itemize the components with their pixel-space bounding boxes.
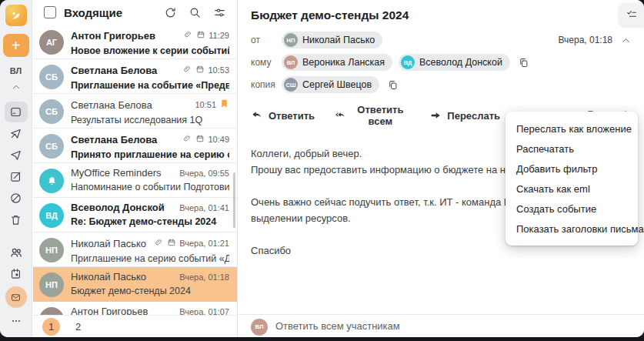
avatar: НП — [284, 33, 298, 47]
avatar: ВД — [401, 55, 415, 69]
message-time: 10:53 — [208, 65, 229, 75]
message-time: Вчера, 01:41 — [179, 203, 229, 212]
message-subject: Приглашение на серию событий «Демо стен.… — [71, 253, 229, 264]
attachment-icon — [183, 132, 192, 146]
from-chip[interactable]: НП Николай Пасько — [282, 32, 382, 48]
menu-item-print[interactable]: Распечатать — [506, 139, 638, 159]
app-rail: + ВЛ — [0, 0, 32, 337]
cc-chip[interactable]: СШ Сергей Швецов — [282, 76, 379, 93]
collapse-header-button[interactable] — [620, 35, 632, 46]
calendar-icon — [196, 28, 205, 42]
menu-item-create-event[interactable]: Создать событие — [506, 199, 638, 219]
message-subject: Новое вложение к серии событий «Аналити.… — [71, 45, 229, 56]
rail-calendar-icon[interactable] — [5, 263, 28, 284]
message-subject: Приглашение на событие «Предварительно..… — [71, 80, 229, 91]
list-item[interactable]: НП Николай Пасько Вчера, 01:21 Приглашен… — [33, 232, 237, 267]
rail-drafts-icon[interactable] — [5, 166, 28, 187]
rail-sent-icon[interactable] — [5, 145, 28, 165]
flag-bookmark-icon — [219, 98, 229, 112]
message-time: Вчера, 01:07 — [179, 307, 229, 316]
message-time: 10:49 — [208, 135, 229, 144]
to-chip[interactable]: ВД Всеволод Донской — [399, 54, 510, 71]
filter-sliders-icon[interactable] — [213, 6, 226, 19]
attachment-icon — [184, 28, 193, 42]
rail-more-icon[interactable] — [5, 310, 28, 331]
select-all-checkbox[interactable] — [44, 6, 56, 18]
sender-name: Николай Пасько — [71, 238, 152, 249]
sender-name: Светлана Белова — [71, 99, 192, 111]
reply-all-icon — [335, 109, 345, 122]
user-avatar-initials[interactable]: ВЛ — [10, 66, 22, 75]
menu-item-download-eml[interactable]: Скачать как eml — [506, 179, 638, 199]
user-avatar: ВЛ — [251, 319, 268, 336]
rail-inbox-icon[interactable] — [5, 102, 28, 122]
avatar: СБ — [39, 134, 64, 159]
refresh-icon[interactable] — [164, 6, 177, 19]
attachment-icon — [155, 236, 164, 250]
rail-trash-icon[interactable] — [5, 209, 28, 230]
sender-name: Светлана Белова — [71, 134, 180, 145]
myoffice-logo-icon — [5, 5, 27, 26]
message-title: Бюджет демо-стенды 2024 — [251, 8, 409, 22]
reply-button[interactable]: Ответить — [251, 109, 315, 122]
list-header: Входящие — [33, 0, 237, 25]
avatar: АГ — [39, 30, 64, 55]
forward-button[interactable]: Переслать — [429, 109, 500, 122]
sender-name: Светлана Белова — [71, 65, 180, 76]
menu-item-add-filter[interactable]: Добавить фильтр — [506, 159, 638, 179]
folder-title: Входящие — [64, 6, 156, 19]
rail-spam-icon[interactable] — [5, 188, 28, 209]
list-item[interactable]: MyOffice Reminders Вчера, 09:55 Напомина… — [33, 163, 237, 198]
quick-reply-placeholder: Ответить всем участникам — [275, 320, 400, 332]
avatar: НП — [39, 238, 64, 262]
reply-all-button[interactable]: Ответить всем — [335, 104, 409, 127]
rail-outbox-icon[interactable] — [5, 123, 28, 144]
to-label: кому — [251, 57, 282, 68]
sender-name: Антон Григорьев — [71, 306, 176, 315]
cc-label: копия — [251, 79, 282, 90]
quick-reply-bar[interactable]: ВЛ Ответить всем участникам — [239, 314, 644, 337]
menu-item-show-headers[interactable]: Показать заголовки письма — [506, 219, 638, 239]
copy-icon — [518, 57, 529, 69]
list-item[interactable]: ВД Всеволод Донской Вчера, 01:41 Re: Бюд… — [33, 198, 237, 232]
to-chip[interactable]: ВЛ Вероника Ланская — [282, 54, 392, 71]
list-item-selected[interactable]: НП Николай Пасько Вчера, 01:18 Бюджет де… — [33, 267, 237, 302]
rail-contacts-icon[interactable] — [5, 242, 28, 262]
message-subject: Re: Бюджет демо-стенды 2024 — [71, 216, 229, 227]
from-label: от — [251, 35, 282, 45]
sender-name: Всеволод Донской — [71, 202, 176, 213]
message-time: 11:29 — [209, 31, 229, 40]
message-time: Вчера, 01:18 — [179, 272, 229, 282]
list-item[interactable]: СБ Светлана Белова 10:51 Результаты иссл… — [33, 94, 237, 129]
avatar: ВЛ — [284, 55, 298, 69]
message-time: Вчера, 01:21 — [179, 239, 229, 248]
list-item[interactable]: СБ Светлана Белова 10:49 Принято приглаш… — [33, 129, 237, 163]
avatar: СБ — [39, 65, 64, 89]
message-meta: от НП Николай Пасько Вчера, 01:18 кому В… — [239, 27, 644, 99]
app-window: + ВЛ — [0, 0, 644, 337]
reply-icon — [251, 109, 263, 122]
copy-cc-button[interactable] — [387, 79, 399, 91]
page-2-button[interactable]: 2 — [75, 321, 81, 333]
list-item[interactable]: СБ Светлана Белова 10:53 Приглашение на … — [33, 59, 237, 94]
avatar — [39, 169, 64, 193]
tasks-panel-toggle-button[interactable] — [619, 3, 644, 26]
chevron-up-icon[interactable] — [11, 82, 22, 95]
pagination: 1 2 — [33, 315, 237, 337]
chevron-up-icon — [620, 35, 632, 46]
page-1-button[interactable]: 1 — [42, 318, 60, 336]
menu-item-forward-as-attachment[interactable]: Переслать как вложение — [506, 119, 638, 139]
search-icon[interactable] — [189, 6, 202, 19]
forward-icon — [429, 109, 442, 122]
avatar: СШ — [284, 78, 298, 92]
avatar: ВД — [39, 203, 64, 228]
copy-recipients-button[interactable] — [518, 57, 529, 69]
list-item[interactable]: АГ Антон Григорьев Вчера, 01:07 — [33, 302, 237, 315]
message-subject: Напоминание о событии Подготовить отчет.… — [71, 182, 229, 192]
sender-name: MyOffice Reminders — [71, 167, 176, 179]
list-item[interactable]: АГ Антон Григорьев 11:29 Новое вложение … — [33, 25, 237, 59]
rail-mail-icon[interactable] — [5, 285, 28, 309]
checklist-icon — [626, 8, 638, 21]
compose-new-button[interactable]: + — [3, 34, 29, 57]
list-scrollbar[interactable] — [233, 172, 235, 228]
